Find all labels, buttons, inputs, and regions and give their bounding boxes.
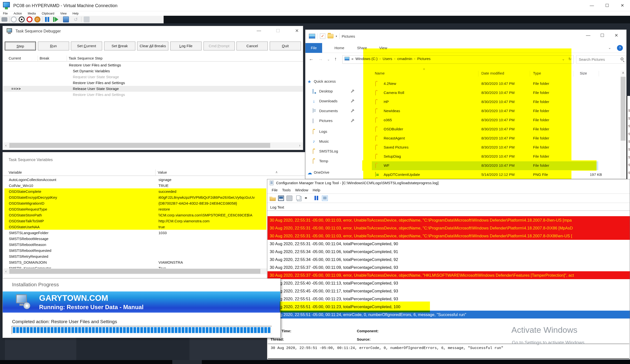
variable-row[interactable]: AutoLogonCollectionAccountsignage [3, 177, 305, 183]
log-row[interactable]: 30 Aug 2020, 22:55:34 -05:00, 00:11:06, … [268, 248, 630, 256]
variables-horizontal-scrollbar[interactable]: ‹ [3, 268, 305, 274]
quick-access-folder-icon[interactable] [328, 34, 334, 38]
log-row[interactable]: 30 Aug 2020, 22:55:34 -05:00, 00:11:06, … [268, 256, 630, 263]
explorer-titlebar[interactable]: ✓ ▾ Pictures — ☐ ✕ [306, 30, 626, 43]
log-row[interactable]: 30 Aug 2020, 22:55:31 -05:00, 00:11:04, … [268, 240, 630, 248]
scroll-right-icon[interactable]: › [297, 142, 303, 148]
set-break-button[interactable]: Set Break [104, 41, 135, 50]
open-remote-icon[interactable] [278, 196, 284, 201]
recent-locations-icon[interactable]: ⌄ [327, 57, 330, 61]
tab-share[interactable]: Share [352, 43, 372, 53]
ribbon-collapse-icon[interactable]: ⌄ [608, 45, 611, 50]
breadcrumb-pictures[interactable]: Pictures [417, 56, 430, 61]
debugger-horizontal-scrollbar[interactable]: ‹ › [3, 142, 303, 148]
sidebar-item-desktop[interactable]: Desktop [306, 88, 357, 95]
sidebar-item-quick-access[interactable]: ★Quick access [306, 78, 357, 85]
tab-home[interactable]: Home [329, 43, 350, 53]
refresh-icon[interactable]: ↻ [568, 57, 572, 61]
help-icon[interactable]: ? [617, 45, 623, 51]
log-row[interactable]: 30 Aug 2020, 22:55:51 -05:00, 00:11:23, … [268, 303, 630, 311]
checkpoint-icon[interactable] [63, 16, 69, 22]
sidebar-item-music[interactable]: ♪Music [306, 138, 357, 145]
error-lookup-icon[interactable] [322, 196, 328, 201]
qat-dropdown-icon[interactable]: ▾ [336, 35, 337, 38]
variable-row[interactable]: SMSTSRebootMessage [3, 236, 305, 242]
cmtrace-titlebar[interactable]: Configuration Manager Trace Log Tool - [… [267, 179, 630, 187]
search-icon[interactable] [621, 57, 623, 60]
debugger-minimize-button[interactable]: — [257, 28, 261, 33]
vm-maximize-button[interactable]: ☐ [600, 0, 615, 11]
cancel-button[interactable]: Cancel [236, 41, 268, 50]
file-row-newideas[interactable]: NewIdeas8/30/2020 10:47 PMFile folder [357, 107, 620, 116]
log-row[interactable]: 30 Aug 2020, 22:55:31 -05:00, 00:11:03, … [268, 232, 630, 240]
shut-down-icon[interactable] [26, 16, 32, 22]
log-row[interactable]: 30 Aug 2020, 22:55:51 -05:00, 00:11:24, … [268, 311, 630, 319]
scrollbar-thumb[interactable] [9, 269, 260, 274]
variable-row[interactable]: OSDStateEncryptDecryptKeyi60gFJ2L8nywkzp… [3, 195, 305, 200]
explorer-minimize-button[interactable]: — [586, 33, 590, 38]
quit-button[interactable]: Quit [270, 41, 301, 50]
variable-row[interactable]: SMSTSRetryRequested [3, 254, 305, 260]
file-row-appdtcontentupdate[interactable]: AppDTContentUpdate5/14/2020 12:12 PMPNG … [357, 170, 620, 179]
variable-row[interactable]: OSDStateTalkToSMPhttp://CM.Corp.viamonst… [3, 218, 305, 224]
print-icon[interactable] [286, 196, 292, 201]
file-row-osdbuilder[interactable]: OSDBuilder8/30/2020 10:47 PMFile folder [357, 125, 620, 134]
scroll-up-icon[interactable]: ∧ [620, 71, 626, 74]
scrollbar-thumb[interactable] [9, 143, 270, 148]
start-icon[interactable] [11, 16, 17, 22]
scroll-left-icon[interactable]: ‹ [3, 268, 9, 274]
scrollbar-thumb[interactable] [621, 77, 626, 141]
vm-menu-file[interactable]: File [0, 11, 10, 15]
column-date-modified[interactable]: Date modified [481, 71, 504, 75]
task-sequence-step[interactable]: Restore User Files and Settings [3, 62, 303, 68]
sidebar-item-documents[interactable]: Documents [306, 107, 357, 115]
cmtrace-menu-file[interactable]: File [272, 188, 278, 192]
vm-menu-clipboard[interactable]: Clipboard [39, 11, 57, 15]
column-break[interactable]: Break [40, 56, 49, 60]
file-row-4-2new[interactable]: 4.2New8/30/2020 10:47 PMFile folder [357, 79, 620, 88]
column-name[interactable]: Name [375, 71, 385, 75]
ctrl-alt-del-icon[interactable] [2, 17, 8, 22]
vm-menu-view[interactable]: View [57, 11, 70, 15]
file-row-hp[interactable]: HP8/30/2020 10:47 PMFile folder [357, 98, 620, 107]
debugger-titlebar[interactable]: Task Sequence Debugger — ☐ ✕ [3, 26, 303, 37]
variable-row[interactable]: OSDStateUseNAAtrue [3, 224, 305, 230]
sidebar-item-smstslog[interactable]: SMSTSLog [306, 148, 357, 155]
column-current[interactable]: Current [8, 56, 21, 60]
task-sequence-step[interactable]: Request User State Storage [3, 74, 303, 80]
resume-icon[interactable] [53, 16, 58, 22]
log-row[interactable]: 30 Aug 2020, 22:55:37 -05:00, 00:11:09, … [268, 263, 630, 271]
set-current-button[interactable]: Set Current [71, 41, 102, 50]
variable-row[interactable]: OSDStateMigrationID{DB7002B7-4AD4-40D2-B… [3, 200, 305, 206]
variable-row[interactable]: SMSTSRebootRequested [3, 248, 305, 254]
debugger-maximize-button[interactable]: ☐ [276, 28, 280, 33]
variable-row[interactable]: SMSTSLanguageFolder1033 [3, 230, 305, 236]
task-sequence-step[interactable]: ==>>Release User State Storage [3, 86, 303, 92]
column-step[interactable]: Task Sequence Step [69, 56, 102, 60]
run-button[interactable]: Run [38, 41, 69, 50]
debugger-close-button[interactable]: ✕ [295, 28, 299, 33]
back-icon[interactable]: ← [309, 56, 314, 62]
breadcrumb-windows-c-[interactable]: Windows (C:) [355, 56, 378, 61]
cmtrace-menu-window[interactable]: Window [295, 188, 308, 192]
pause-icon[interactable] [314, 196, 320, 201]
address-dropdown-icon[interactable]: ⌄ [562, 57, 565, 61]
scroll-up-icon[interactable]: ∧ [276, 170, 278, 174]
save-state-icon[interactable] [34, 16, 40, 22]
vm-minimize-button[interactable]: — [584, 0, 600, 11]
sidebar-item-downloads[interactable]: ↓Downloads [306, 98, 357, 105]
clear-all-breaks-button[interactable]: Clear All Breaks [137, 41, 168, 50]
sidebar-item-logs[interactable]: Logs [306, 128, 357, 135]
file-row-o365[interactable]: o3658/30/2020 10:47 PMFile folder [357, 116, 620, 125]
breadcrumb-cmadmin[interactable]: cmadmin [397, 56, 412, 61]
vm-menu-help[interactable]: Help [70, 11, 82, 15]
column-variable[interactable]: Variable [8, 170, 22, 174]
turn-off-icon[interactable] [19, 16, 24, 22]
task-sequence-step[interactable]: Restore User Files and Settings [3, 92, 303, 98]
variable-row[interactable]: SMSTSRebootReason [3, 242, 305, 248]
variable-row[interactable]: OSDStateStorePath\\CM.corp.viamonstra.co… [3, 212, 305, 218]
address-bar[interactable]: « Windows (C:)›Users›cmadmin›Pictures ⌄ … [342, 55, 574, 64]
file-row-wf[interactable]: WF8/30/2020 10:47 PMFile folder [357, 161, 620, 170]
column-type[interactable]: Type [533, 71, 541, 75]
tab-file[interactable]: File [306, 43, 322, 53]
